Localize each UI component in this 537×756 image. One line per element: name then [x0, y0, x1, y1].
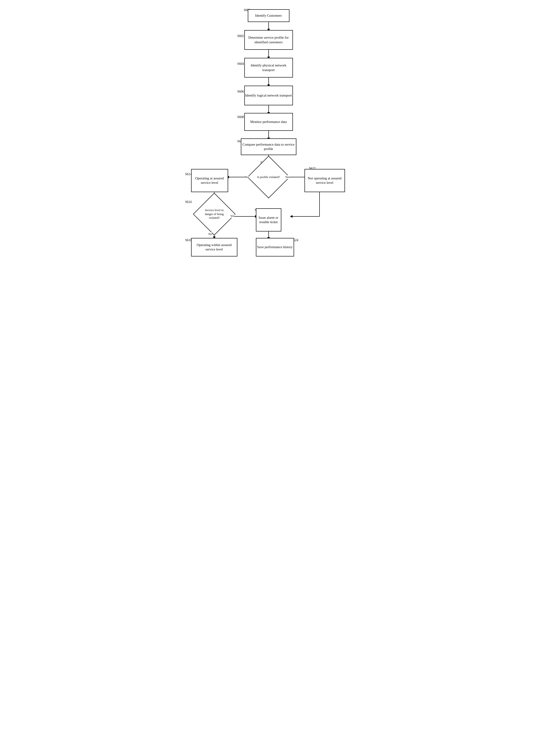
flowchart-diagram: S600 S602 S604 S606 S608 S610 S612 S614 …: [178, 5, 359, 257]
diamond-s616: Service level in danger of being violate…: [199, 199, 229, 229]
label-s604: S604: [237, 62, 244, 66]
arrow-label-no-service: No: [208, 232, 212, 236]
box-s600: Identify Customers: [248, 9, 289, 22]
label-s616: S616: [185, 200, 192, 204]
box-s602: Determine service profile for identified…: [244, 30, 293, 50]
arrow-label-yes-service: Yes: [230, 214, 235, 218]
box-s624: Save performance history: [256, 238, 294, 256]
svg-marker-24: [290, 215, 292, 218]
arrow-label-yes-profile: Yes: [285, 175, 290, 179]
label-s608: S608: [237, 115, 244, 119]
box-s604: Identify physical network transport: [244, 58, 293, 77]
box-s608: Monitor performance data: [244, 113, 293, 131]
box-s620: Issue alarm or trouble ticket: [256, 208, 281, 232]
box-s606: Identify logical network transport: [244, 86, 293, 105]
diamond-s612: Is profile violated?: [254, 162, 284, 192]
box-s618: Operating within assured service level: [191, 238, 237, 256]
box-s610: Compare performance data to service prof…: [241, 138, 296, 155]
label-s606: S606: [237, 90, 244, 94]
label-s602: S602: [237, 34, 244, 38]
box-s614: Operating at assured service level: [191, 169, 228, 192]
box-s622: Not operating at assured service level: [305, 169, 345, 192]
arrow-label-no-profile: No: [245, 175, 249, 179]
